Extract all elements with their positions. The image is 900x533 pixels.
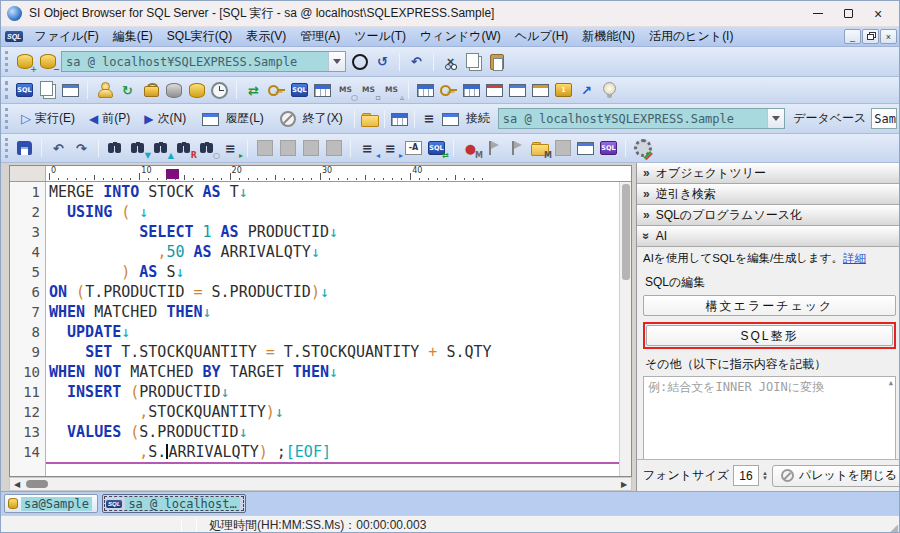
table-transfer-icon[interactable]	[312, 80, 333, 100]
combo-dropdown-button[interactable]	[328, 52, 345, 71]
export-icon[interactable]: ↗	[576, 80, 597, 100]
section-sql-to-source[interactable]: » SQLのプログラムソース化	[637, 205, 900, 226]
result-grid-icon[interactable]	[60, 80, 81, 100]
cut-icon[interactable]	[440, 52, 461, 72]
resize-grip[interactable]: ◢	[890, 522, 898, 533]
tablespace-icon[interactable]	[186, 80, 207, 100]
window-red-icon[interactable]	[484, 80, 505, 100]
outdent-icon[interactable]: ≡◂	[357, 138, 378, 158]
find-icon[interactable]	[105, 138, 126, 158]
task-tab-sample[interactable]: sa@Sample	[4, 494, 98, 513]
scroll-left-icon[interactable]: ◀	[10, 480, 24, 489]
toolbar-grip[interactable]	[5, 108, 10, 128]
section-ai[interactable]: » AI	[637, 226, 900, 247]
window-view-icon[interactable]	[575, 138, 596, 158]
editor-vertical-scrollbar[interactable]	[619, 182, 631, 476]
role-recycle-icon[interactable]: ↻	[117, 80, 138, 100]
session-clock-icon[interactable]	[209, 80, 230, 100]
run-button[interactable]: ▷実行(E)	[14, 108, 82, 129]
connection-combo[interactable]: sa @ localhost¥SQLEXPRESS.Sample	[61, 51, 346, 72]
save-icon[interactable]	[14, 138, 35, 158]
sql-format-icon[interactable]: SQL⇄	[426, 138, 447, 158]
result-table-icon[interactable]	[389, 109, 410, 129]
paste-icon[interactable]	[486, 52, 507, 72]
sync-arrows-icon[interactable]: ⇄	[243, 80, 264, 100]
table-icon[interactable]	[415, 80, 436, 100]
database-value-field[interactable]: Sam	[871, 108, 897, 129]
next-button[interactable]: ▶次(N)	[137, 108, 193, 129]
undo-edit-icon[interactable]: ↶	[406, 52, 427, 72]
record-circle-icon[interactable]	[349, 52, 370, 72]
close-button[interactable]: ×	[863, 3, 893, 25]
ai-instruction-textarea[interactable]: 例:結合文をINNER JOINに変換 ▲	[643, 376, 896, 459]
menu-item-view[interactable]: 表示(V)	[239, 26, 293, 47]
sql-editor-icon[interactable]: SQL	[14, 80, 35, 100]
script-icon[interactable]	[37, 80, 58, 100]
task-tab-sql-exec[interactable]: SQL sa @ localhost…	[102, 494, 246, 513]
scroll-up-icon[interactable]: ▲	[889, 379, 893, 387]
open-file-icon[interactable]	[359, 109, 380, 129]
close-palette-button[interactable]: パレットを閉じる	[772, 465, 900, 487]
menu-item-tools[interactable]: ツール(T)	[347, 26, 413, 47]
ms-tool-icon[interactable]: MS▵	[381, 80, 402, 100]
toolbar-grip[interactable]	[5, 51, 10, 71]
redo-icon[interactable]: ↷	[71, 138, 92, 158]
indent-icon[interactable]: ≡▸	[380, 138, 401, 158]
mdi-minimize-button[interactable]: _	[844, 29, 861, 44]
ms-copy-icon[interactable]: MS▫	[358, 80, 379, 100]
font-size-value[interactable]: 16	[733, 465, 759, 486]
find-history-icon[interactable]: ○	[197, 138, 218, 158]
find-next-icon[interactable]: ▼	[128, 138, 149, 158]
case-convert-icon[interactable]: -A	[403, 138, 424, 158]
minimize-button[interactable]	[803, 3, 833, 25]
window-star-icon[interactable]	[530, 80, 551, 100]
prev-button[interactable]: ◀前(P)	[82, 108, 137, 129]
key-icon[interactable]	[438, 80, 459, 100]
end-button[interactable]: 終了(X)	[271, 107, 350, 131]
db-add-icon[interactable]: +	[14, 52, 35, 72]
menu-item-manage[interactable]: 管理(A)	[293, 26, 347, 47]
section-reverse-search[interactable]: » 逆引き検索	[637, 184, 900, 205]
replace-icon[interactable]: R	[174, 138, 195, 158]
hint-bulb-icon[interactable]	[599, 80, 620, 100]
goto-line-icon[interactable]: ≡▸	[220, 138, 241, 158]
menu-item-edit[interactable]: 編集(E)	[106, 26, 160, 47]
history-button[interactable]: 履歴(L)	[193, 107, 271, 131]
exec-connection-combo[interactable]: sa @ localhost¥SQLEXPRESS.Sample	[498, 108, 785, 129]
scroll-right-icon[interactable]: ▶	[617, 480, 631, 489]
toolbar-grip[interactable]	[5, 138, 10, 158]
mdi-restore-button[interactable]	[862, 29, 879, 44]
calendar-icon[interactable]	[461, 80, 482, 100]
scrollbar-thumb[interactable]	[622, 184, 630, 280]
folder-m-icon[interactable]: M	[529, 138, 550, 158]
maximize-button[interactable]	[833, 3, 863, 25]
key-db-icon[interactable]	[266, 80, 287, 100]
db-remove-icon[interactable]: −	[37, 52, 58, 72]
menu-item-window[interactable]: ウィンドウ(W)	[413, 26, 508, 47]
editor-horizontal-scrollbar[interactable]: ◀ ▶	[9, 477, 632, 491]
copy-icon[interactable]	[463, 52, 484, 72]
menu-item-file[interactable]: ファイル(F)	[27, 26, 105, 47]
sql-color-icon[interactable]: SQL	[598, 138, 619, 158]
window-x-icon[interactable]	[507, 80, 528, 100]
toolbar-grip[interactable]	[5, 81, 10, 99]
spinner-down-icon[interactable]: ▼	[762, 476, 768, 481]
menu-item-help[interactable]: ヘルプ(H)	[508, 26, 576, 47]
bookmark-icon[interactable]: ●M	[460, 138, 481, 158]
edit-settings-icon[interactable]	[632, 138, 653, 158]
db-stack-icon[interactable]	[163, 80, 184, 100]
detail-link[interactable]: 詳細	[843, 252, 866, 264]
mdi-close-button[interactable]: ×	[880, 29, 897, 44]
section-object-tree[interactable]: » オブジェクトツリー	[637, 163, 900, 184]
combo-dropdown-button[interactable]	[767, 109, 784, 128]
syntax-check-button[interactable]: 構文エラーチェック	[643, 295, 896, 316]
sql-doc-icon[interactable]: SQL	[289, 80, 310, 100]
stack-icon[interactable]: ≡	[419, 109, 440, 129]
menu-item-sql-exec[interactable]: SQL実行(Q)	[160, 26, 239, 47]
menu-item-tips[interactable]: 活用のヒント(I)	[642, 26, 740, 47]
new-window-icon[interactable]	[440, 109, 461, 129]
find-prev-icon[interactable]: ▲	[151, 138, 172, 158]
ms-search-icon[interactable]: MS○	[335, 80, 356, 100]
user-icon[interactable]	[94, 80, 115, 100]
undo-icon[interactable]: ↶	[48, 138, 69, 158]
